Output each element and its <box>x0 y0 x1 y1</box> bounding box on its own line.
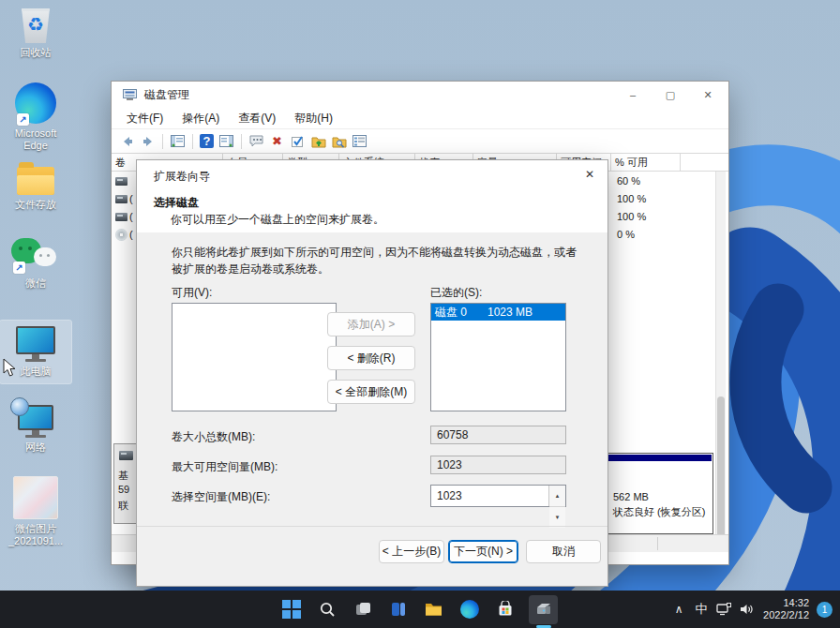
menu-help[interactable]: 帮助(H) <box>285 109 342 127</box>
forward-icon[interactable] <box>140 133 156 149</box>
footer-divider <box>137 526 608 527</box>
desktop-icon-edge[interactable]: ↗ Microsoft Edge <box>0 82 71 152</box>
desktop-icon-label: 此电脑 <box>21 366 52 378</box>
widgets-icon <box>390 601 407 618</box>
remove-all-button[interactable]: < 全部删除(M) <box>327 380 415 404</box>
check-icon[interactable] <box>290 133 306 149</box>
spinner-up-button[interactable]: ▲ <box>549 486 565 507</box>
tray-date: 2022/2/12 <box>763 609 809 621</box>
network-icon <box>18 405 53 438</box>
next-button[interactable]: 下一页(N) > <box>448 540 518 563</box>
volume-row-text: ( <box>129 211 133 222</box>
menu-file[interactable]: 文件(F) <box>117 109 172 127</box>
status-bar-divider <box>657 537 658 550</box>
window-controls: – ▢ ✕ <box>614 82 727 108</box>
choose-space-input[interactable]: 1023 ▲ ▼ <box>430 485 566 507</box>
column-percent-free[interactable]: % 可用 <box>611 154 681 171</box>
ime-indicator[interactable]: 中 <box>690 601 712 618</box>
shortcut-arrow-icon: ↗ <box>17 113 29 126</box>
disk-icon <box>119 451 133 460</box>
properties-icon[interactable] <box>248 133 264 149</box>
store-button[interactable] <box>493 598 517 621</box>
wechat-bubble-small-icon <box>34 247 56 266</box>
total-size-field: 60758 <box>430 426 566 444</box>
choose-space-value: 1023 <box>437 489 462 502</box>
file-explorer-icon <box>425 602 442 617</box>
percent-free-value: 100 % <box>617 193 646 204</box>
selected-listbox[interactable]: 磁盘 0 1023 MB <box>430 303 566 411</box>
console-tree-icon[interactable] <box>170 133 186 149</box>
search-folder-icon[interactable] <box>331 133 347 149</box>
disk0-type: 基 <box>118 469 128 483</box>
disk-management-icon <box>534 602 553 617</box>
desktop-icon-wechat[interactable]: ↗ 微信 <box>0 236 71 290</box>
edge-icon <box>460 600 479 619</box>
action-pane-icon[interactable] <box>218 133 234 149</box>
start-button[interactable] <box>279 598 303 621</box>
dialog-close-icon[interactable]: ✕ <box>585 168 594 181</box>
widgets-button[interactable] <box>386 598 410 621</box>
search-button[interactable] <box>315 598 338 621</box>
disk0-status: 联 <box>118 499 128 513</box>
tray-time: 14:32 <box>763 597 809 609</box>
cancel-button[interactable]: 取消 <box>526 540 601 563</box>
desktop-icon-folder[interactable]: 文件存放 <box>0 161 71 211</box>
delete-icon[interactable]: ✖ <box>269 133 285 149</box>
dialog-subheading: 你可以用至少一个磁盘上的空间来扩展卷。 <box>171 212 384 228</box>
desktop-icon-network[interactable]: 网络 <box>0 397 71 454</box>
desktop-icon-label: 文件存放 <box>15 199 56 211</box>
minimize-button[interactable]: – <box>614 82 652 108</box>
taskbar-center-icons <box>279 591 558 628</box>
desktop-icon-recycle-bin[interactable]: ♻ 回收站 <box>0 6 71 59</box>
toolbar-separator <box>241 134 242 149</box>
desktop-icon-wechat-image[interactable]: 微信图片 _2021091... <box>0 476 71 547</box>
percent-free-value: 0 % <box>617 229 635 240</box>
file-explorer-button[interactable] <box>422 598 445 621</box>
available-listbox[interactable] <box>172 303 337 411</box>
close-button[interactable]: ✕ <box>689 82 727 108</box>
desktop: ♻ 回收站 ↗ Microsoft Edge 文件存放 ↗ 微信 此电脑 <box>0 0 840 628</box>
task-view-button[interactable] <box>351 598 374 621</box>
back-button[interactable]: < 上一步(B) <box>379 540 444 563</box>
menu-action[interactable]: 操作(A) <box>172 109 229 127</box>
desktop-icon-label: _2021091... <box>8 535 63 547</box>
back-icon[interactable] <box>119 133 135 149</box>
maximize-button[interactable]: ▢ <box>652 82 689 108</box>
available-label: 可用(V): <box>172 285 212 301</box>
tray-chevron-up-icon[interactable]: ∧ <box>668 603 690 616</box>
volume-icon[interactable] <box>735 603 758 616</box>
edge-button[interactable] <box>458 598 481 621</box>
extend-volume-wizard-dialog: 扩展卷向导 ✕ 选择磁盘 你可以用至少一个磁盘上的空间来扩展卷。 你只能将此卷扩… <box>136 159 608 587</box>
dialog-title: 扩展卷向导 <box>154 169 210 185</box>
disk-management-taskbar-button[interactable] <box>529 595 558 624</box>
remove-button[interactable]: < 删除(R) <box>327 346 415 370</box>
dialog-heading: 选择磁盘 <box>154 195 199 211</box>
menu-view[interactable]: 查看(V) <box>229 109 285 127</box>
taskbar: ∧ 中 14:32 2022/2/12 1 <box>0 591 840 628</box>
network-icon[interactable] <box>712 603 735 616</box>
scrollbar-thumb[interactable] <box>717 396 725 552</box>
network-glyph-icon <box>716 603 731 616</box>
help-icon[interactable]: ? <box>200 134 214 148</box>
volume-row-text: ( <box>129 229 133 240</box>
upload-folder-icon[interactable] <box>310 133 326 149</box>
recovery-partition-block[interactable]: 562 MB 状态良好 (恢复分区) <box>599 453 713 534</box>
mouse-cursor <box>3 358 17 378</box>
details-icon[interactable] <box>352 133 368 149</box>
selected-disk-item[interactable]: 磁盘 0 1023 MB <box>431 304 565 321</box>
volume-icon <box>115 195 128 203</box>
selected-disk-name: 磁盘 0 <box>435 305 467 321</box>
monitor-base <box>25 435 46 438</box>
disk-management-app-icon <box>123 89 137 101</box>
cd-rom-icon <box>115 229 128 241</box>
monitor-base <box>25 359 46 362</box>
partition-color-bar <box>601 455 712 461</box>
clock[interactable]: 14:32 2022/2/12 <box>763 597 809 621</box>
add-button[interactable]: 添加(A) > <box>327 312 415 336</box>
desktop-icon-label: 回收站 <box>21 47 52 59</box>
window-titlebar[interactable]: 磁盘管理 – ▢ ✕ <box>112 82 728 108</box>
notification-badge[interactable]: 1 <box>817 602 832 618</box>
vertical-scrollbar[interactable] <box>715 172 726 534</box>
spinner-down-button[interactable]: ▼ <box>549 507 565 528</box>
search-icon <box>319 601 336 618</box>
